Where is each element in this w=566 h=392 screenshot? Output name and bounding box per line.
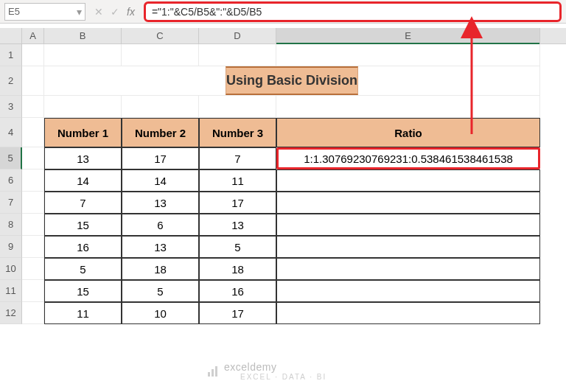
table-header-number3: Number 3 [199,118,276,147]
spreadsheet-grid: 1 2 3 4 5 6 7 8 9 10 11 12 Using Basic D… [0,44,566,324]
col-header-c[interactable]: C [122,28,199,43]
formula-input[interactable] [152,6,553,18]
row-header[interactable]: 1 [0,44,22,66]
row-header[interactable]: 7 [0,192,22,214]
table-cell[interactable]: 5 [199,236,276,258]
svg-rect-3 [215,366,217,377]
watermark-tag: EXCEL · DATA · BI [240,373,326,381]
cell-c5[interactable]: 17 [122,147,199,169]
chart-icon [206,365,220,378]
row-header[interactable]: 8 [0,214,22,236]
svg-rect-1 [208,372,210,377]
col-header-a[interactable]: A [22,28,44,43]
row-header[interactable]: 4 [0,118,22,147]
table-cell[interactable] [276,169,540,192]
col-header-d[interactable]: D [199,28,276,43]
table-cell[interactable]: 13 [199,214,276,236]
cell-b5[interactable]: 13 [44,147,122,169]
row-headers: 1 2 3 4 5 6 7 8 9 10 11 12 [0,44,22,324]
cells-area[interactable]: Using Basic Division Number 1 Number 2 N… [22,44,566,324]
row-header[interactable]: 11 [0,280,22,302]
row-header[interactable]: 9 [0,236,22,258]
title-bar: Using Basic Division [226,66,358,95]
row-header[interactable]: 5 [0,147,22,169]
table-cell[interactable]: 14 [122,169,199,192]
table-cell[interactable]: 10 [122,302,199,324]
table-cell[interactable]: 11 [199,169,276,192]
table-header-number1: Number 1 [44,118,122,147]
formula-buttons: ✕ ✓ fx [88,6,141,18]
svg-rect-2 [212,369,214,377]
table-cell[interactable] [276,258,540,280]
col-header-b[interactable]: B [44,28,122,43]
fx-icon[interactable]: fx [127,6,135,18]
formula-bar: ▾ ✕ ✓ fx [0,0,566,24]
table-cell[interactable] [276,214,540,236]
table-cell[interactable]: 13 [122,192,199,214]
row-header[interactable]: 10 [0,258,22,280]
table-cell[interactable]: 18 [122,258,199,280]
table-cell[interactable] [276,192,540,214]
table-cell[interactable] [276,280,540,302]
enter-icon[interactable]: ✓ [111,6,119,18]
cell-e5-selected[interactable]: 1:1.30769230769231:0.538461538461538 [276,147,540,169]
watermark: exceldemy EXCEL · DATA · BI [206,361,326,381]
select-all-corner[interactable] [0,28,22,43]
table-cell[interactable] [276,302,540,324]
table-cell[interactable]: 13 [122,236,199,258]
name-box[interactable]: ▾ [4,3,85,21]
table-cell[interactable]: 14 [44,169,122,192]
table-cell[interactable]: 16 [44,236,122,258]
table-header-ratio: Ratio [276,118,540,147]
table-cell[interactable]: 6 [122,214,199,236]
row-header[interactable]: 6 [0,169,22,192]
table-header-number2: Number 2 [122,118,199,147]
row-header[interactable]: 2 [0,66,22,96]
name-box-input[interactable] [8,6,60,17]
cell-d5[interactable]: 7 [199,147,276,169]
table-cell[interactable]: 17 [199,192,276,214]
formula-input-highlight [144,1,562,22]
table-cell[interactable] [276,236,540,258]
table-cell[interactable]: 15 [44,214,122,236]
column-headers: A B C D E [0,28,566,44]
chevron-down-icon[interactable]: ▾ [77,6,82,18]
table-cell[interactable]: 18 [199,258,276,280]
cancel-icon[interactable]: ✕ [94,6,103,18]
table-cell[interactable]: 17 [199,302,276,324]
table-cell[interactable]: 5 [122,280,199,302]
table-cell[interactable]: 7 [44,192,122,214]
col-header-e[interactable]: E [276,28,540,43]
row-header[interactable]: 12 [0,302,22,324]
table-cell[interactable]: 16 [199,280,276,302]
row-header[interactable]: 3 [0,96,22,118]
table-cell[interactable]: 11 [44,302,122,324]
table-cell[interactable]: 15 [44,280,122,302]
table-cell[interactable]: 5 [44,258,122,280]
watermark-brand: exceldemy [224,361,326,373]
